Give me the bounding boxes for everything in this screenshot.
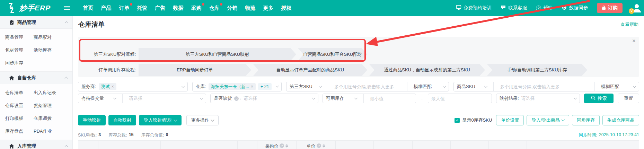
navbar-right: 免费预约培训 联系客服 ? 帮助 数据同步 订购 V bbox=[456, 3, 641, 13]
remove-tag-icon[interactable]: × bbox=[112, 84, 114, 89]
contact-support-link[interactable]: 联系客服 bbox=[501, 5, 527, 11]
sidebar-item-product-pairing[interactable]: 商品配对 bbox=[34, 31, 72, 44]
sidebar-item-sync-stock[interactable]: 同步库存 bbox=[5, 56, 34, 69]
subscribe-button[interactable]: 订购 bbox=[597, 3, 623, 13]
service-provider-tag[interactable]: 测试× bbox=[99, 83, 116, 90]
product-sku-input[interactable] bbox=[497, 84, 591, 89]
auto-mapping-button[interactable]: 自动映射 bbox=[108, 115, 136, 125]
sidebar-section-own-warehouse[interactable]: 自营仓库 bbox=[0, 71, 72, 84]
filter-row-1: 服务商: 测试× 仓库: 海拓美东一仓（新...× + 21 第三方SKU 模糊… bbox=[78, 82, 639, 91]
sidebar-section-inbound[interactable]: 入库管理 bbox=[0, 140, 72, 149]
sidebar-section-product-mgmt[interactable]: 商品管理 bbox=[0, 16, 72, 29]
product-sku-match-mode-select[interactable]: 模糊匹配 bbox=[598, 84, 639, 90]
nav-item-purchase[interactable]: 采购 bbox=[187, 0, 205, 16]
stock-max-box bbox=[428, 94, 492, 103]
sidebar-item-warehouse-transfer[interactable]: 仓库调拨 bbox=[34, 112, 72, 125]
pending-quantity-select[interactable]: 有待提交量 bbox=[78, 95, 119, 102]
nav-item-more[interactable]: 更多 bbox=[259, 0, 277, 16]
show-zero-stock-checkbox[interactable]: ✓ 显示0库存SKU bbox=[455, 117, 492, 123]
stock-max-input[interactable] bbox=[431, 96, 488, 101]
sidebar-item-product-mgmt[interactable]: 商品管理 bbox=[5, 31, 34, 44]
warehouse-more-tag[interactable]: + 21 bbox=[258, 83, 272, 90]
nav-item-logistics[interactable]: 物流 bbox=[241, 0, 259, 16]
stock-type-select[interactable]: 可用库存 bbox=[323, 95, 360, 102]
notification-dot bbox=[130, 3, 132, 6]
nav-item-ads[interactable]: 广告 bbox=[151, 0, 169, 16]
third-sku-filter-group: 第三方SKU 模糊匹配 bbox=[286, 82, 449, 91]
chevron-down-icon bbox=[276, 85, 279, 88]
search-button[interactable]: 搜索 bbox=[584, 94, 614, 103]
app-logo[interactable]: 妙手ERP bbox=[6, 3, 51, 13]
help-tooltip-icon[interactable]: ? bbox=[280, 143, 284, 148]
import-mapping-dropdown[interactable]: 导入映射/配对 bbox=[139, 115, 182, 125]
shortage-select[interactable]: 是否缺货 ? : 请选择 bbox=[210, 94, 318, 103]
sidebar-item-inout-records[interactable]: 出入库记录 bbox=[34, 86, 72, 99]
sidebar-item-activity-stock[interactable]: 活动库存 bbox=[34, 44, 72, 56]
table-header-unit-price[interactable]: 单价 ? bbox=[297, 141, 336, 149]
chevron-down-icon bbox=[211, 118, 214, 122]
table-header-purchase-price[interactable]: 采购价 ? bbox=[257, 141, 297, 149]
manual-mapping-button[interactable]: 手动映射 bbox=[78, 115, 106, 125]
nav-item-home[interactable]: 首页 bbox=[79, 0, 97, 16]
stock-min-input[interactable] bbox=[367, 96, 416, 101]
nav-item-order[interactable]: 订单 bbox=[115, 0, 133, 16]
chevron-down-icon bbox=[312, 96, 315, 100]
generate-warehouse-product-button[interactable]: 生成仓库商品 bbox=[602, 115, 639, 125]
help-link-nav[interactable]: ? 帮助 bbox=[536, 5, 553, 11]
menu-toggle-icon[interactable] bbox=[64, 8, 70, 8]
nav-item-hosting[interactable]: 托管 bbox=[133, 0, 151, 16]
flow-row-sku-pairing: 第三方SKU配对流程: 第三方SKU和自营商品SKU映射 自营商品SKU和平台S… bbox=[78, 48, 639, 61]
nav-item-data[interactable]: 数据 bbox=[169, 0, 187, 16]
help-tooltip-icon[interactable]: ? bbox=[234, 96, 239, 101]
table-header-cell bbox=[78, 141, 98, 149]
nav-item-product[interactable]: 产品 bbox=[97, 0, 115, 16]
table-header-cell bbox=[238, 141, 257, 149]
close-icon[interactable]: × bbox=[632, 37, 636, 44]
warehouse-tag[interactable]: 海拓美东一仓（新...× bbox=[209, 83, 256, 90]
sidebar-item-pda[interactable]: PDA作业 bbox=[34, 125, 72, 138]
mapping-result-select[interactable]: 映射结果: 请选择 bbox=[496, 94, 580, 103]
checkbox-checked-icon[interactable]: ✓ bbox=[455, 118, 460, 123]
chevron-up-icon bbox=[65, 21, 68, 25]
sidebar-item-warehouse-settings[interactable]: 仓库设置 bbox=[5, 99, 34, 112]
data-sync-link[interactable]: 数据同步 bbox=[562, 5, 588, 11]
free-training-link[interactable]: 免费预约培训 bbox=[456, 5, 492, 11]
unit-price-settings-button[interactable]: 单价设置 bbox=[496, 115, 524, 125]
sort-icon[interactable] bbox=[323, 144, 325, 148]
pending-quantity-value-select[interactable]: 请选择 bbox=[126, 95, 206, 102]
sort-icon[interactable] bbox=[285, 144, 288, 148]
page-title: 仓库清单 bbox=[78, 20, 105, 29]
third-sku-match-mode-select[interactable]: 模糊匹配 bbox=[411, 84, 449, 90]
view-help-link[interactable]: 查看帮助 bbox=[620, 21, 638, 28]
nav-item-authorize[interactable]: 授权 bbox=[277, 0, 295, 16]
reset-button[interactable]: 重置 bbox=[618, 94, 639, 103]
sidebar-item-stocktaking[interactable]: 库存盘点 bbox=[5, 125, 34, 138]
flow-step: 手动/自动调用第三方SKU库存 bbox=[487, 64, 587, 76]
third-sku-input[interactable] bbox=[331, 84, 404, 89]
flow-label: 第三方SKU配对流程: bbox=[78, 51, 139, 58]
nav-item-warehouse[interactable]: 仓库 bbox=[205, 0, 223, 16]
import-export-dropdown[interactable]: 导入/导出商品 bbox=[527, 115, 569, 125]
table-header-cell bbox=[374, 141, 413, 149]
top-navbar: 妙手ERP 首页 产品 订单 托管 广告 数据 采购 仓库 分销 物流 更多 授… bbox=[0, 0, 644, 16]
nav-item-distribution[interactable]: 分销 bbox=[223, 0, 241, 16]
sidebar-item-print-template[interactable]: 打印模板 bbox=[5, 112, 34, 125]
product-sku-type-select[interactable]: 商品SKU bbox=[454, 84, 490, 90]
table-header-cell bbox=[451, 141, 489, 149]
chevron-up-icon bbox=[65, 145, 68, 149]
more-actions-dropdown[interactable]: 更多操作 bbox=[186, 115, 219, 125]
table-header-cell bbox=[413, 141, 451, 149]
user-avatar[interactable]: V bbox=[632, 3, 642, 13]
service-provider-select[interactable]: 服务商: 测试× bbox=[78, 82, 188, 91]
stat-total-value: 库存总价值:0 bbox=[141, 132, 168, 138]
chat-icon bbox=[501, 5, 506, 11]
warehouse-select[interactable]: 仓库: 海拓美东一仓（新...× + 21 bbox=[192, 82, 282, 91]
help-tooltip-icon[interactable]: ? bbox=[317, 143, 321, 148]
sidebar-item-shelf-mgmt[interactable]: 货架管理 bbox=[34, 99, 72, 112]
third-sku-type-select[interactable]: 第三方SKU bbox=[286, 84, 325, 90]
sidebar-item-warehouse-list[interactable]: 仓库清单 bbox=[5, 86, 34, 99]
remove-tag-icon[interactable]: × bbox=[251, 84, 253, 89]
sidebar-item-packaging[interactable]: 包材管理 bbox=[5, 44, 34, 56]
product-sku-filter-group: 商品SKU 模糊匹配 bbox=[453, 82, 639, 91]
sync-stock-button[interactable]: 同步库存 bbox=[572, 115, 600, 125]
